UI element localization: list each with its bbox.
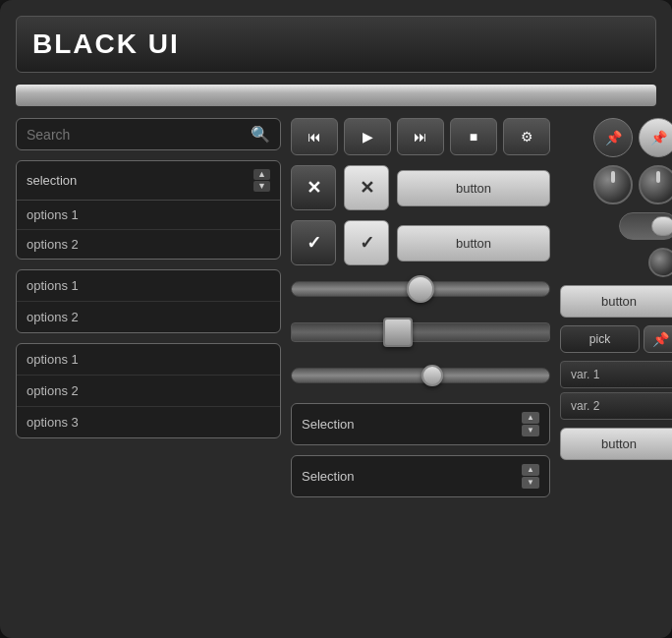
slider-1-container: [291, 275, 550, 307]
sel-arrow-up-1[interactable]: ▲: [522, 412, 539, 424]
fastforward-button[interactable]: ⏭: [397, 118, 444, 155]
dropdown-box: selection ▲ ▼ options 1 options 2: [16, 160, 281, 260]
var-section: var. 1 var. 2: [560, 361, 672, 420]
sel-arrows-2: ▲ ▼: [522, 464, 539, 489]
dropdown-arrow-up[interactable]: ▲: [253, 169, 270, 180]
list-item[interactable]: options 3: [17, 407, 280, 437]
rewind-button[interactable]: ⏮: [291, 118, 338, 155]
sel-arrow-up-2[interactable]: ▲: [522, 464, 539, 476]
list-box-1: options 1 options 2: [16, 269, 281, 333]
gear-icon: ⚙: [521, 129, 533, 145]
list-item[interactable]: options 2: [17, 302, 280, 332]
slider-1[interactable]: [291, 281, 550, 297]
pin-row: 📌 📌: [560, 118, 672, 157]
var-item-2[interactable]: var. 2: [560, 392, 672, 420]
sel-arrow-down-2[interactable]: ▼: [522, 477, 539, 489]
small-knob-row: [560, 248, 672, 277]
pin-button-dark[interactable]: 📌: [593, 118, 633, 157]
play-button[interactable]: ▶: [344, 118, 391, 155]
check-dark-icon: ✓: [307, 232, 321, 254]
x-dark-button[interactable]: ✕: [291, 165, 336, 210]
toggle-row: [560, 212, 672, 240]
app-title: BLACK UI: [32, 29, 180, 59]
sel-arrows-1: ▲ ▼: [522, 412, 539, 436]
action-button-1[interactable]: button: [397, 170, 550, 206]
title-bar: BLACK UI: [16, 16, 656, 73]
play-icon: ▶: [363, 129, 373, 145]
slider-3[interactable]: [291, 368, 550, 383]
right-button-2[interactable]: button: [560, 428, 672, 460]
small-knob[interactable]: [648, 248, 672, 277]
toggle-1-knob: [651, 216, 672, 236]
pick-button[interactable]: pick: [560, 325, 640, 353]
toggle-1[interactable]: [619, 212, 672, 240]
main-content: 🔍 selection ▲ ▼ options 1 options 2 opti…: [16, 118, 656, 497]
right-button-1[interactable]: button: [560, 285, 672, 318]
dropdown-selected: selection: [27, 173, 77, 188]
slider-2[interactable]: [291, 322, 550, 342]
right-column: 📌 📌 button: [560, 118, 672, 497]
list-box-2: options 1 options 2 options 3: [16, 343, 281, 438]
dropdown-header[interactable]: selection ▲ ▼: [17, 161, 280, 201]
knob-2[interactable]: [639, 165, 672, 204]
check-dark-button[interactable]: ✓: [291, 220, 336, 265]
pick-pin-icon: 📌: [652, 331, 669, 347]
selection-dropdown-1[interactable]: Selection ▲ ▼: [291, 403, 550, 445]
slider-3-container: [291, 362, 550, 393]
knob-1[interactable]: [593, 165, 633, 204]
search-container: 🔍: [16, 118, 281, 150]
middle-column: ⏮ ▶ ⏭ ■ ⚙ ✕: [291, 118, 550, 497]
list-item[interactable]: options 1: [17, 344, 280, 376]
search-input[interactable]: [27, 127, 245, 143]
button-row-2: ✓ ✓ button: [291, 220, 550, 265]
pick-row: pick 📌: [560, 325, 672, 353]
check-light-button[interactable]: ✓: [344, 220, 389, 265]
pin-button-light[interactable]: 📌: [639, 118, 672, 157]
dropdown-arrows: ▲ ▼: [253, 169, 270, 192]
var-item-1[interactable]: var. 1: [560, 361, 672, 388]
x-light-icon: ✕: [360, 177, 374, 199]
search-button[interactable]: 🔍: [251, 125, 270, 144]
fastforward-icon: ⏭: [414, 129, 427, 145]
search-icon: 🔍: [251, 125, 270, 144]
pin-light-icon: 📌: [650, 130, 667, 145]
list-item[interactable]: options 2: [17, 230, 280, 259]
list-item[interactable]: options 1: [17, 201, 280, 230]
separator-bar: [16, 85, 656, 106]
stop-button[interactable]: ■: [450, 118, 497, 155]
left-column: 🔍 selection ▲ ▼ options 1 options 2 opti…: [16, 118, 281, 497]
x-dark-icon: ✕: [307, 177, 321, 199]
media-controls: ⏮ ▶ ⏭ ■ ⚙: [291, 118, 550, 155]
action-button-2[interactable]: button: [397, 225, 550, 261]
selection-2-text: Selection: [302, 469, 354, 484]
knob-row: [560, 165, 672, 204]
rewind-icon: ⏮: [308, 129, 321, 145]
list-item[interactable]: options 2: [17, 376, 280, 407]
main-panel: BLACK UI 🔍 selection ▲ ▼: [0, 0, 672, 638]
sel-arrow-down-1[interactable]: ▼: [522, 425, 539, 436]
pick-pin-button[interactable]: 📌: [644, 325, 672, 353]
selection-dropdown-2[interactable]: Selection ▲ ▼: [291, 455, 550, 497]
selection-1-text: Selection: [302, 417, 354, 432]
list-item[interactable]: options 1: [17, 270, 280, 302]
slider-2-container: [291, 317, 550, 352]
x-light-button[interactable]: ✕: [344, 165, 389, 210]
settings-button[interactable]: ⚙: [503, 118, 550, 155]
pin-dark-icon: 📌: [605, 130, 622, 145]
button-row-1: ✕ ✕ button: [291, 165, 550, 210]
stop-icon: ■: [470, 129, 477, 145]
dropdown-arrow-down[interactable]: ▼: [253, 181, 270, 192]
check-light-icon: ✓: [360, 232, 374, 254]
